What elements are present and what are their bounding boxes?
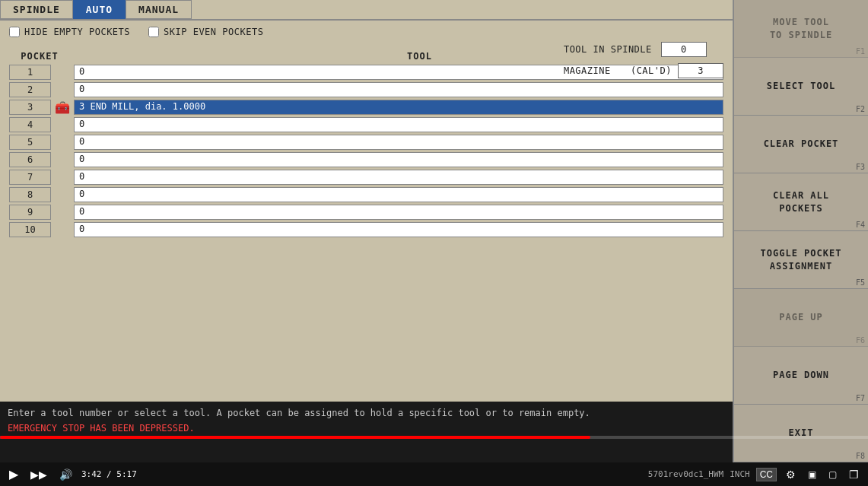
pocket-number-7: 7 [9, 170, 51, 185]
table-row: 50 [9, 135, 723, 150]
fullscreen-button[interactable]: ❐ [846, 467, 862, 482]
fn-button-label-f5: TOGGLE POCKETASSIGNMENT [761, 247, 842, 273]
pocket-number-2: 2 [9, 82, 51, 97]
tab-auto[interactable]: AUTO [73, 0, 126, 19]
pocket-number-6: 6 [9, 152, 51, 167]
tab-spindle[interactable]: SPINDLE [0, 0, 73, 19]
pocket-number-8: 8 [9, 187, 51, 202]
fn-button-label-f4: CLEAR ALLPOCKETS [773, 189, 829, 215]
pocket-rows-container: 10203🧰3 END MILL, dia. 1.000040506070809… [9, 65, 723, 237]
magazine-row: MAGAZINE (CAL'D) 3 [564, 63, 723, 78]
fn-key-label-f7: F7 [856, 394, 865, 402]
fn-button-label-f1: MOVE TOOLTO SPINDLE [770, 16, 832, 42]
tab-bar: SPINDLE AUTO MANUAL [0, 0, 733, 21]
emergency-text: EMERGENCY STOP HAS BEEN DEPRESSED. [8, 423, 725, 434]
table-row: 40 [9, 117, 723, 132]
tool-in-spindle-value: 0 [661, 42, 707, 57]
magazine-label: MAGAZINE [564, 65, 625, 76]
fn-button-label-f7: PAGE DOWN [773, 369, 829, 382]
tool-field-9[interactable]: 0 [74, 205, 723, 220]
skip-even-pockets-label: SKIP EVEN POCKETS [164, 27, 263, 37]
status-unit: INCH [730, 469, 750, 479]
tool-field-7[interactable]: 0 [74, 170, 723, 185]
fn-button-f4[interactable]: CLEAR ALLPOCKETSF4 [734, 173, 868, 231]
video-controls-bar: ▶ ▶▶ 🔊 3:42 / 5:17 5701rev0dc1_HWM INCH … [0, 462, 868, 486]
bottom-text-area: Enter a tool number or select a tool. A … [0, 402, 733, 462]
table-row: 60 [9, 152, 723, 167]
skip-even-pockets-checkbox[interactable] [148, 27, 159, 37]
left-panel: SPINDLE AUTO MANUAL HIDE EMPTY POCKETS S… [0, 0, 733, 462]
pocket-number-5: 5 [9, 135, 51, 150]
video-container: SPINDLE AUTO MANUAL HIDE EMPTY POCKETS S… [0, 0, 868, 462]
hide-empty-pockets-item: HIDE EMPTY POCKETS [9, 27, 130, 37]
miniplayer-button[interactable]: ▣ [805, 468, 819, 481]
main-content: HIDE EMPTY POCKETS SKIP EVEN POCKETS TOO… [0, 21, 733, 246]
tool-in-spindle-label: TOOL IN SPINDLE [564, 44, 655, 55]
theater-button[interactable]: ▢ [825, 468, 840, 481]
table-row: 100 [9, 222, 723, 237]
fn-button-f2[interactable]: SELECT TOOLF2 [734, 58, 868, 116]
fn-button-f5[interactable]: TOGGLE POCKETASSIGNMENTF5 [734, 231, 868, 289]
toolbox-icon: 🧰 [55, 100, 70, 115]
tool-field-10[interactable]: 0 [74, 222, 723, 237]
fn-button-label-f6: PAGE UP [779, 311, 823, 324]
info-section: TOOL IN SPINDLE 0 MAGAZINE (CAL'D) 3 [564, 42, 723, 78]
table-row: 70 [9, 170, 723, 185]
right-panel: MOVE TOOLTO SPINDLEF1SELECT TOOLF2CLEAR … [733, 0, 868, 462]
hide-empty-pockets-checkbox[interactable] [9, 27, 20, 37]
progress-bar-fill [0, 436, 590, 439]
hide-empty-pockets-label: HIDE EMPTY POCKETS [24, 27, 130, 37]
pocket-number-3: 3 [9, 100, 51, 115]
cnc-interface: SPINDLE AUTO MANUAL HIDE EMPTY POCKETS S… [0, 0, 868, 462]
pocket-column-header: POCKET [9, 51, 70, 62]
progress-bar-track[interactable] [0, 436, 868, 439]
tool-field-8[interactable]: 0 [74, 187, 723, 202]
fn-key-label-f6: F6 [856, 336, 865, 345]
tool-field-2[interactable]: 0 [74, 82, 723, 97]
fn-key-label-f2: F2 [856, 105, 865, 113]
fn-button-f3[interactable]: CLEAR POCKETF3 [734, 116, 868, 173]
table-row: 3🧰3 END MILL, dia. 1.0000 [9, 100, 723, 115]
time-display: 3:42 / 5:17 [81, 469, 137, 479]
pocket-number-9: 9 [9, 205, 51, 220]
fn-key-label-f3: F3 [856, 163, 865, 171]
status-filename: 5701rev0dc1_HWM [648, 469, 723, 479]
pocket-tool-table: POCKET TOOL 10203🧰3 END MILL, dia. 1.000… [9, 51, 723, 237]
table-row: 90 [9, 205, 723, 220]
table-row: 80 [9, 187, 723, 202]
settings-button[interactable]: ⚙ [783, 467, 799, 482]
pocket-number-10: 10 [9, 222, 51, 237]
table-row: 20 [9, 82, 723, 97]
tool-field-3[interactable]: 3 END MILL, dia. 1.0000 [74, 100, 723, 115]
volume-button[interactable]: 🔊 [56, 467, 75, 482]
tab-manual[interactable]: MANUAL [126, 0, 192, 19]
pocket-number-1: 1 [9, 65, 51, 80]
pocket-number-4: 4 [9, 117, 51, 132]
next-button[interactable]: ▶▶ [27, 467, 50, 482]
tool-field-4[interactable]: 0 [74, 117, 723, 132]
instruction-text: Enter a tool number or select a tool. A … [8, 406, 725, 420]
fn-key-label-f5: F5 [856, 278, 865, 287]
tool-in-spindle-row: TOOL IN SPINDLE 0 [564, 42, 723, 57]
fn-button-label-f2: SELECT TOOL [767, 80, 835, 93]
fn-key-label-f1: F1 [856, 47, 865, 56]
pocket-icon-3: 🧰 [51, 100, 74, 115]
checkboxes-row: HIDE EMPTY POCKETS SKIP EVEN POCKETS [9, 27, 723, 37]
fn-button-f1: MOVE TOOLTO SPINDLEF1 [734, 0, 868, 58]
magazine-sub-label: (CAL'D) [631, 65, 672, 76]
play-button[interactable]: ▶ [6, 465, 21, 483]
skip-even-pockets-item: SKIP EVEN POCKETS [148, 27, 263, 37]
fn-key-label-f8: F8 [856, 452, 865, 460]
tool-field-5[interactable]: 0 [74, 135, 723, 150]
fn-key-label-f4: F4 [856, 221, 865, 229]
fn-button-f6: PAGE UPF6 [734, 289, 868, 347]
magazine-value: 3 [678, 63, 723, 78]
fn-button-f8[interactable]: EXITF8 [734, 405, 868, 462]
fn-button-label-f3: CLEAR POCKET [764, 138, 839, 151]
tool-field-6[interactable]: 0 [74, 152, 723, 167]
fn-button-f7[interactable]: PAGE DOWNF7 [734, 347, 868, 405]
cc-button[interactable]: CC [756, 468, 777, 481]
